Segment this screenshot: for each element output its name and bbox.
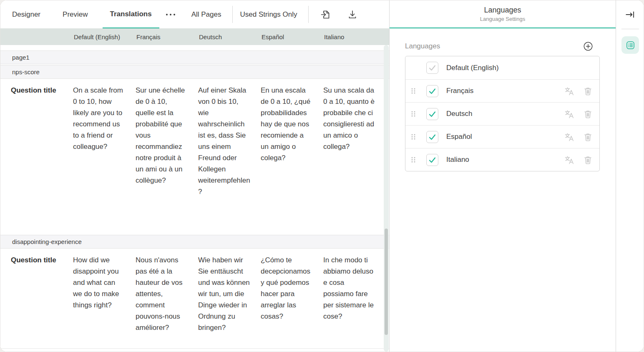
translation-cell-francais[interactable]: Sur une échelle de 0 à 10, quelle est la… <box>132 79 194 192</box>
panel-header: Languages Language Settings <box>390 0 616 28</box>
auto-translate-icon[interactable] <box>564 155 574 165</box>
checkmark-icon <box>427 131 438 143</box>
translation-cell-italiano[interactable]: Su una scala da 0 a 10, quanto è probabi… <box>319 79 389 158</box>
language-checkbox[interactable] <box>426 85 438 97</box>
translations-table: Default (English) Français Deutsch Españ… <box>0 28 389 352</box>
language-settings-tool-button[interactable] <box>621 36 639 54</box>
language-label: Español <box>446 133 564 141</box>
row-label: Question title <box>0 79 69 102</box>
language-row-deutsch: Deutsch <box>405 102 599 125</box>
translation-cell-espanol[interactable]: En una escala de 0 a 10, ¿qué probabilid… <box>257 79 319 169</box>
language-row-francais: Français <box>405 79 599 102</box>
translation-row: Question title On a scale from 0 to 10, … <box>0 79 389 235</box>
group-row-nps-score: nps-score <box>0 65 389 79</box>
header-italiano: Italiano <box>319 33 389 40</box>
collapse-panel-icon <box>624 9 636 20</box>
language-checkbox[interactable] <box>426 108 438 120</box>
translation-cell-italiano[interactable]: In che modo ti abbiamo deluso e cosa pos… <box>319 249 389 328</box>
checkmark-icon <box>427 108 438 120</box>
languages-panel: Languages Language Settings Languages <box>390 0 616 352</box>
translation-row: Question title How did we disappoint you… <box>0 249 389 349</box>
drag-handle-icon[interactable] <box>411 156 417 163</box>
plus-circle-icon <box>583 41 594 52</box>
table-header-row: Default (English) Français Deutsch Españ… <box>0 28 389 45</box>
translation-cell-deutsch[interactable]: Auf einer Skala von 0 bis 10, wie wahrsc… <box>194 79 257 203</box>
language-checkbox[interactable] <box>426 131 438 143</box>
translation-cell-deutsch[interactable]: Wie haben wir Sie enttäuscht und was kön… <box>194 249 257 339</box>
translation-cell-francais[interactable]: Nous n'avons pas été a la hauteur de vos… <box>132 249 194 339</box>
translations-main: Designer Preview Translations All Pages … <box>0 0 390 352</box>
ellipsis-icon <box>174 14 175 15</box>
checkmark-icon <box>427 62 438 73</box>
panel-subtitle: Language Settings <box>480 16 525 22</box>
more-tabs-button[interactable] <box>163 9 179 20</box>
trash-icon[interactable] <box>583 132 593 142</box>
language-label: Deutsch <box>446 110 564 118</box>
header-espanol: Español <box>257 33 319 40</box>
table-scrollbar[interactable] <box>384 45 389 352</box>
translation-cell-default[interactable]: On a scale from 0 to 10, how likely are … <box>69 79 132 158</box>
scrollbar-thumb[interactable] <box>385 229 388 335</box>
languages-section-header: Languages <box>405 40 600 53</box>
import-document-icon <box>320 9 331 20</box>
language-checkbox[interactable] <box>426 154 438 166</box>
survey-creator-window: Designer Preview Translations All Pages … <box>0 0 644 352</box>
header-francais: Français <box>132 33 194 40</box>
drag-handle-icon[interactable] <box>411 111 417 117</box>
drag-handle-icon[interactable] <box>411 88 417 94</box>
row-label: Question title <box>0 249 69 272</box>
tab-preview[interactable]: Preview <box>55 0 95 28</box>
import-csv-button[interactable] <box>316 5 335 24</box>
table-gap <box>0 45 389 50</box>
header-deutsch: Deutsch <box>194 33 257 40</box>
auto-translate-icon[interactable] <box>564 132 574 142</box>
tab-designer[interactable]: Designer <box>5 0 48 28</box>
drag-handle-icon[interactable] <box>411 133 417 140</box>
language-row-espanol: Español <box>405 125 599 148</box>
language-label: Français <box>446 87 564 95</box>
export-csv-button[interactable] <box>343 5 362 24</box>
ellipsis-icon <box>170 14 171 15</box>
auto-translate-icon[interactable] <box>564 109 574 119</box>
panel-title: Languages <box>484 6 521 15</box>
group-row-page1: page1 <box>0 50 389 64</box>
trash-icon[interactable] <box>583 86 593 96</box>
collapse-panel-button[interactable] <box>624 9 636 20</box>
side-toolbar <box>616 0 644 352</box>
tab-bar: Designer Preview Translations All Pages … <box>0 0 389 28</box>
language-row-default: Default (English) <box>405 56 599 79</box>
translation-cell-espanol[interactable]: ¿Cómo te decepcionamos y qué podemos hac… <box>257 249 319 328</box>
strings-filter-dropdown[interactable]: Used Strings Only <box>233 0 304 28</box>
tab-translations[interactable]: Translations <box>103 0 159 28</box>
group-row-disappointing-experience: disappointing-experience <box>0 235 389 249</box>
header-default-english: Default (English) <box>69 33 132 40</box>
toolbar-divider <box>308 6 309 23</box>
pages-filter-dropdown[interactable]: All Pages <box>184 0 229 28</box>
language-label: Default (English) <box>446 64 593 72</box>
auto-translate-icon[interactable] <box>564 86 574 96</box>
checkmark-icon <box>427 85 438 97</box>
languages-section-title: Languages <box>405 42 440 50</box>
checkmark-icon <box>427 154 438 166</box>
download-icon <box>347 9 358 20</box>
add-language-button[interactable] <box>583 41 594 52</box>
trash-icon[interactable] <box>583 155 593 165</box>
translation-cell-default[interactable]: How did we disappoint you and what can w… <box>69 249 132 317</box>
language-row-italiano: Italiano <box>405 148 599 171</box>
language-list: Default (English) Français <box>405 56 600 171</box>
ellipsis-icon <box>166 14 168 15</box>
trash-icon[interactable] <box>583 109 593 119</box>
language-checkbox-default <box>426 62 438 74</box>
rail-divider <box>621 29 639 29</box>
language-label: Italiano <box>446 156 564 164</box>
language-settings-grid-icon <box>625 40 636 50</box>
